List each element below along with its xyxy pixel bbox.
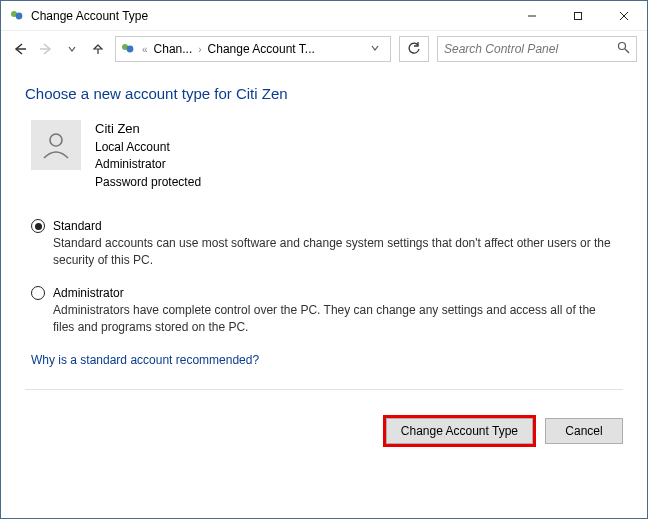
divider (25, 389, 623, 390)
close-button[interactable] (601, 1, 647, 30)
recent-dropdown[interactable] (63, 40, 81, 58)
cancel-button[interactable]: Cancel (545, 418, 623, 444)
user-summary: Citi Zen Local Account Administrator Pas… (31, 120, 623, 191)
search-box[interactable] (437, 36, 637, 62)
svg-point-13 (50, 134, 62, 146)
chevron-right-icon: › (196, 44, 203, 55)
breadcrumb-sep: « (140, 44, 150, 55)
minimize-button[interactable] (509, 1, 555, 30)
change-account-type-button[interactable]: Change Account Type (386, 418, 533, 444)
address-dropdown-icon[interactable] (364, 43, 386, 55)
account-type-options: Standard Standard accounts can use most … (31, 219, 623, 337)
svg-line-12 (625, 49, 629, 53)
titlebar: Change Account Type (1, 1, 647, 31)
refresh-button[interactable] (399, 36, 429, 62)
option-standard[interactable]: Standard Standard accounts can use most … (31, 219, 623, 270)
breadcrumb-2[interactable]: Change Account T... (208, 42, 315, 56)
main-content: Choose a new account type for Citi Zen C… (1, 67, 647, 402)
address-icon (120, 41, 136, 57)
option-administrator-desc: Administrators have complete control ove… (53, 302, 613, 337)
page-heading: Choose a new account type for Citi Zen (25, 85, 623, 102)
svg-point-1 (16, 12, 23, 19)
maximize-button[interactable] (555, 1, 601, 30)
address-bar[interactable]: « Chan... › Change Account T... (115, 36, 391, 62)
window-title: Change Account Type (31, 9, 148, 23)
radio-administrator[interactable] (31, 286, 45, 300)
user-role: Administrator (95, 156, 201, 173)
user-meta: Citi Zen Local Account Administrator Pas… (95, 120, 201, 191)
option-standard-label: Standard (53, 219, 102, 233)
recommendation-link[interactable]: Why is a standard account recommended? (31, 353, 623, 367)
up-button[interactable] (89, 40, 107, 58)
option-administrator[interactable]: Administrator Administrators have comple… (31, 286, 623, 337)
svg-point-10 (127, 46, 134, 53)
footer: Change Account Type Cancel (1, 402, 647, 460)
user-name: Citi Zen (95, 120, 201, 139)
window-controls (509, 1, 647, 30)
svg-point-11 (619, 43, 626, 50)
back-button[interactable] (11, 40, 29, 58)
user-password-status: Password protected (95, 174, 201, 191)
nav-bar: « Chan... › Change Account T... (1, 31, 647, 67)
user-account-type: Local Account (95, 139, 201, 156)
app-icon (9, 8, 25, 24)
forward-button[interactable] (37, 40, 55, 58)
search-icon (617, 41, 630, 57)
avatar (31, 120, 81, 170)
radio-standard[interactable] (31, 219, 45, 233)
svg-rect-3 (575, 12, 582, 19)
option-standard-desc: Standard accounts can use most software … (53, 235, 613, 270)
search-input[interactable] (444, 42, 617, 56)
option-administrator-label: Administrator (53, 286, 124, 300)
breadcrumb-1[interactable]: Chan... (154, 42, 193, 56)
